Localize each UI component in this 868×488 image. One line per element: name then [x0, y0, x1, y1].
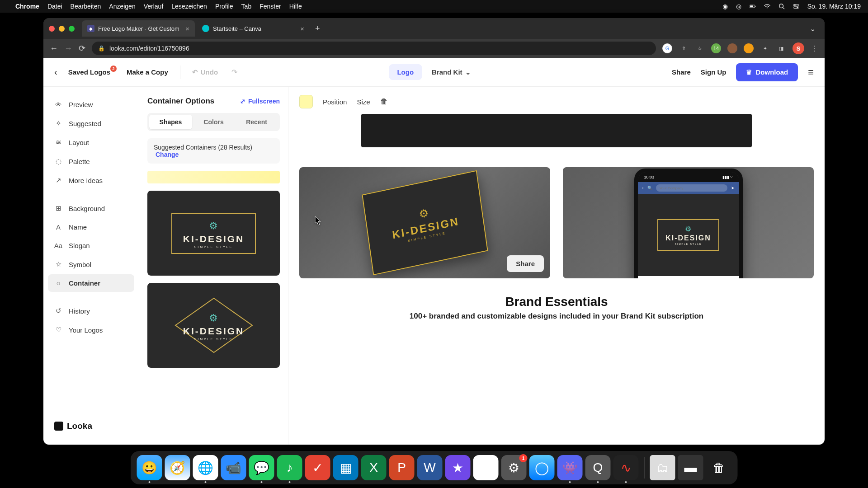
yellow-container-option[interactable]	[147, 171, 280, 183]
download-button[interactable]: ♛ Download	[736, 63, 798, 81]
reload-button[interactable]: ⟳	[79, 43, 85, 53]
menu-bearbeiten[interactable]: Bearbeiten	[71, 3, 101, 10]
mockup-card-gold[interactable]: ⚙ KI-DESIGN SIMPLE STYLE Share	[299, 167, 550, 278]
mockup-share-button[interactable]: Share	[507, 255, 544, 272]
logo-tab[interactable]: Logo	[389, 64, 422, 80]
menu-anzeigen[interactable]: Anzeigen	[109, 3, 135, 10]
zoom-icon[interactable]: 📹	[221, 455, 246, 480]
wifi-icon[interactable]	[764, 3, 770, 9]
hamburger-icon[interactable]: ≡	[808, 66, 814, 78]
looka-brand[interactable]: Looka	[48, 417, 134, 436]
canvas-black-rect[interactable]	[361, 114, 752, 147]
battery-icon[interactable]	[750, 3, 756, 9]
close-tab-icon[interactable]: ×	[185, 25, 189, 33]
menu-hilfe[interactable]: Hilfe	[289, 3, 302, 10]
nav-layout[interactable]: ≋Layout	[48, 133, 134, 151]
menu-verlauf[interactable]: Verlauf	[144, 3, 164, 10]
powerpoint-icon[interactable]: P	[389, 455, 415, 480]
back-chevron-icon[interactable]: ‹	[54, 67, 61, 77]
nav-palette[interactable]: ◌Palette	[48, 152, 134, 170]
signup-button[interactable]: Sign Up	[701, 68, 726, 76]
safari-icon[interactable]: 🧭	[165, 455, 190, 480]
nav-container[interactable]: ○Container	[48, 274, 134, 292]
browser-tab-looka[interactable]: ◆ Free Logo Maker - Get Custom ×	[82, 20, 195, 37]
dock-file-1[interactable]: 🗂	[650, 455, 675, 480]
maximize-window-button[interactable]	[69, 26, 75, 32]
tab-list-chevron-icon[interactable]: ⌄	[810, 24, 816, 33]
nav-moreideas[interactable]: ↗More Ideas	[48, 171, 134, 189]
position-button[interactable]: Position	[323, 98, 347, 106]
discord-icon[interactable]: 👾	[557, 455, 583, 480]
dock-file-2[interactable]: ▬	[678, 455, 703, 480]
nav-suggested[interactable]: ✧Suggested	[48, 114, 134, 132]
trello-icon[interactable]: ▦	[333, 455, 359, 480]
menu-lesezeichen[interactable]: Lesezeichen	[171, 3, 207, 10]
profile-avatar[interactable]: S	[793, 42, 804, 54]
tab-shapes[interactable]: Shapes	[149, 115, 192, 129]
close-window-button[interactable]	[49, 26, 55, 32]
control-center-icon[interactable]	[793, 3, 799, 9]
finder-icon[interactable]: 😀	[137, 455, 162, 480]
menubar-app-name[interactable]: Chrome	[15, 3, 39, 10]
audio-icon[interactable]: ∿	[613, 455, 639, 480]
ext-icon-3[interactable]	[744, 43, 754, 53]
chrome-menu-icon[interactable]: ⋮	[811, 44, 818, 53]
browser-tab-canva[interactable]: Startseite – Canva ×	[197, 20, 310, 37]
share-button[interactable]: Share	[672, 68, 691, 76]
settings-icon[interactable]: ⚙1	[501, 455, 527, 480]
trash-icon[interactable]: 🗑	[706, 455, 731, 480]
todoist-icon[interactable]: ✓	[305, 455, 330, 480]
star-icon[interactable]: ☆	[695, 43, 705, 53]
new-tab-button[interactable]: +	[315, 24, 320, 33]
menu-datei[interactable]: Datei	[47, 3, 62, 10]
screenrec-icon[interactable]: ◎	[736, 3, 741, 10]
close-tab-icon[interactable]: ×	[300, 25, 304, 33]
color-swatch[interactable]	[299, 95, 313, 108]
nav-yourlogos[interactable]: ♡Your Logos	[48, 321, 134, 339]
mockup-phone[interactable]: 10:03 ▮▮▮ ⌔ ‹ 🔍 ➤	[563, 167, 814, 278]
chrome-icon[interactable]: 🌐	[193, 455, 218, 480]
nav-name[interactable]: AName	[48, 218, 134, 236]
whatsapp-icon[interactable]: 💬	[249, 455, 274, 480]
menu-tab[interactable]: Tab	[241, 3, 252, 10]
nav-background[interactable]: ⊞Background	[48, 199, 134, 217]
record-icon[interactable]: ◉	[722, 3, 728, 10]
make-copy-button[interactable]: Make a Copy	[127, 68, 168, 76]
trash-icon[interactable]: 🗑	[380, 97, 388, 106]
container-option-rect[interactable]: ⚙ KI-DESIGN SIMPLE STYLE	[147, 191, 280, 276]
menu-profile[interactable]: Profile	[215, 3, 233, 10]
size-button[interactable]: Size	[357, 98, 370, 106]
tab-recent[interactable]: Recent	[235, 115, 278, 129]
ext-icon-2[interactable]	[727, 43, 737, 53]
sidebar-icon[interactable]: ◨	[776, 43, 786, 53]
ext-icon-1[interactable]: 14	[711, 43, 721, 53]
redo-button[interactable]: ↷	[231, 68, 237, 76]
excel-icon[interactable]: X	[361, 455, 387, 480]
share-ext-icon[interactable]: ⇧	[679, 43, 689, 53]
nav-symbol[interactable]: ☆Symbol	[48, 255, 134, 273]
url-input[interactable]: 🔒 looka.com/editor/116750896	[92, 42, 656, 55]
brandkit-tab[interactable]: Brand Kit ⌄	[424, 64, 479, 80]
google-ext-icon[interactable]: G	[662, 43, 672, 53]
forward-button[interactable]: →	[64, 44, 72, 53]
fullscreen-button[interactable]: ⤢ Fullscreen	[240, 98, 280, 105]
change-link[interactable]: Change	[156, 151, 179, 158]
menu-fenster[interactable]: Fenster	[259, 3, 281, 10]
menubar-clock[interactable]: So. 19. März 10:19	[807, 3, 861, 10]
spotlight-icon[interactable]	[778, 3, 785, 9]
nav-history[interactable]: ↺History	[48, 302, 134, 320]
saved-logos-link[interactable]: Saved Logos 2	[68, 68, 110, 76]
nav-preview[interactable]: 👁Preview	[48, 96, 134, 113]
puzzle-icon[interactable]: ✦	[760, 43, 770, 53]
tab-colors[interactable]: Colors	[192, 115, 235, 129]
drive-icon[interactable]: ▲	[473, 455, 499, 480]
imovie-icon[interactable]: ★	[445, 455, 471, 480]
word-icon[interactable]: W	[417, 455, 443, 480]
container-option-hex[interactable]: ⚙ KI-DESIGN SIMPLE STYLE	[147, 283, 280, 368]
spotify-icon[interactable]: ♪	[277, 455, 302, 480]
minimize-window-button[interactable]	[59, 26, 65, 32]
messages-icon[interactable]: ◯	[529, 455, 555, 480]
quicktime-icon[interactable]: Q	[585, 455, 611, 480]
back-button[interactable]: ←	[50, 44, 58, 53]
nav-slogan[interactable]: AaSlogan	[48, 237, 134, 254]
